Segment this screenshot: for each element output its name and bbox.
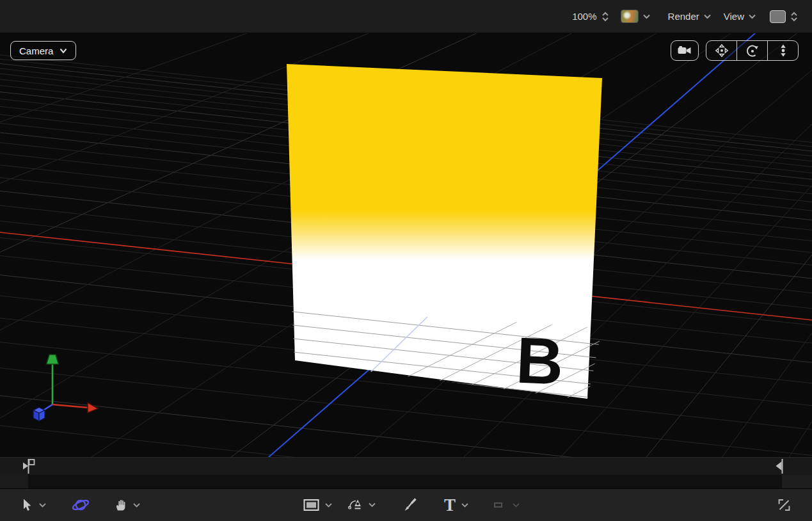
expand-diagonal-icon [776, 497, 793, 514]
hand-icon [114, 499, 127, 512]
3d-transform-tool-button[interactable] [71, 497, 90, 513]
pan-view-tool-button[interactable] [114, 499, 140, 512]
paint-stroke-tool-button[interactable] [403, 498, 418, 513]
view-menu[interactable]: View [724, 11, 756, 22]
motion-canvas-window: 100% Render View [0, 0, 812, 521]
camera-view-menu[interactable]: Camera [10, 41, 76, 60]
zoom-level-control[interactable]: 100% [572, 11, 609, 22]
canvas-3d-view[interactable]: B Camera [0, 33, 812, 457]
rectangle-shape-icon [303, 499, 319, 511]
chevron-down-icon[interactable] [133, 502, 140, 508]
tools-toolbar: T [0, 488, 812, 521]
chevron-down-icon [60, 48, 67, 54]
video-camera-icon [677, 44, 692, 57]
chevron-down-icon [513, 502, 520, 508]
render-menu[interactable]: Render [668, 11, 711, 22]
dolly-icon [776, 44, 790, 58]
layout-swatch-icon [770, 10, 786, 23]
camera-tools-group [706, 40, 799, 61]
canvas-top-toolbar: 100% Render View [0, 0, 812, 33]
bezier-tool-button[interactable] [348, 498, 376, 512]
chevron-down-icon [749, 14, 756, 19]
camera-overlay-button[interactable] [671, 40, 699, 61]
timeline-track[interactable] [0, 457, 812, 475]
color-gradient-swatch[interactable] [621, 10, 639, 23]
scrollbar-right-cap [782, 475, 812, 488]
plane-letter: B [514, 323, 564, 398]
text-tool-button[interactable]: T [444, 497, 468, 514]
bezier-pen-icon [348, 498, 363, 512]
image-mask-icon [490, 499, 507, 511]
render-menu-label: Render [668, 11, 699, 22]
paintbrush-icon [403, 498, 418, 513]
3d-axis-indicator [33, 355, 98, 421]
3d-transform-orbit-icon [71, 497, 90, 513]
text-tool-icon: T [444, 497, 456, 514]
stepper-icon[interactable] [790, 12, 798, 22]
chevron-down-icon[interactable] [461, 502, 468, 508]
dolly-camera-button[interactable] [767, 41, 798, 60]
orbit-camera-button[interactable] [736, 41, 767, 60]
view-menu-label: View [724, 11, 744, 22]
stepper-icon[interactable] [601, 12, 609, 22]
window-layout-control[interactable] [770, 10, 798, 23]
camera-view-label: Camera [19, 45, 53, 56]
timeline-scrollbar[interactable] [0, 475, 812, 488]
pan-camera-button[interactable] [706, 41, 736, 60]
background-color-control[interactable] [621, 10, 650, 23]
rectangle-tool-button[interactable] [303, 499, 332, 511]
expand-canvas-button[interactable] [776, 497, 793, 514]
chevron-down-icon[interactable] [369, 502, 376, 508]
chevron-down-icon [643, 14, 650, 19]
chevron-down-icon [704, 14, 711, 19]
pan-icon [715, 44, 729, 58]
zoom-level-value: 100% [572, 11, 596, 22]
scene-svg: B [0, 33, 812, 457]
image-mask-tool-button [490, 499, 520, 511]
select-tool-button[interactable] [20, 499, 46, 512]
scrollbar-left-cap [0, 475, 28, 488]
chevron-down-icon[interactable] [39, 502, 46, 508]
select-arrow-icon [20, 499, 33, 512]
orbit-icon [745, 44, 760, 58]
chevron-down-icon[interactable] [325, 502, 332, 508]
